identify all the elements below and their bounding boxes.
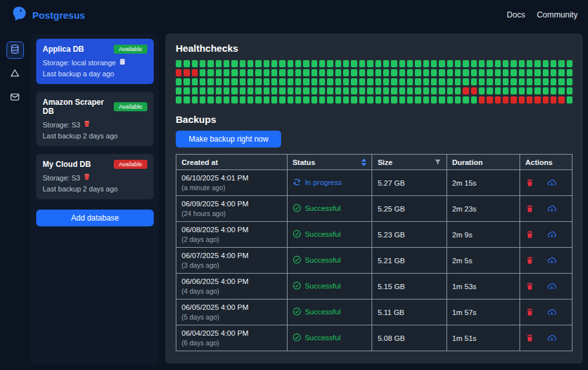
- healthcheck-cell[interactable]: [551, 78, 556, 85]
- healthcheck-cell[interactable]: [455, 78, 461, 85]
- healthcheck-cell[interactable]: [271, 87, 277, 94]
- healthcheck-cell[interactable]: [415, 69, 421, 76]
- healthcheck-cell[interactable]: [184, 69, 189, 76]
- healthcheck-cell[interactable]: [558, 78, 564, 85]
- add-database-button[interactable]: Add database: [36, 210, 154, 226]
- healthcheck-cell[interactable]: [510, 60, 516, 67]
- healthcheck-cell[interactable]: [527, 87, 532, 94]
- healthcheck-cell[interactable]: [176, 96, 182, 103]
- healthcheck-cell[interactable]: [558, 96, 564, 103]
- healthcheck-cell[interactable]: [423, 87, 429, 94]
- healthcheck-cell[interactable]: [335, 78, 341, 85]
- healthcheck-cell[interactable]: [207, 78, 213, 85]
- healthcheck-cell[interactable]: [455, 69, 461, 76]
- healthcheck-cell[interactable]: [479, 69, 485, 76]
- healthcheck-cell[interactable]: [471, 87, 477, 94]
- healthcheck-cell[interactable]: [351, 60, 357, 67]
- healthcheck-cell[interactable]: [200, 87, 205, 94]
- healthcheck-cell[interactable]: [543, 60, 549, 67]
- healthcheck-cell[interactable]: [343, 96, 349, 103]
- healthcheck-cell[interactable]: [534, 69, 540, 76]
- healthcheck-cell[interactable]: [216, 78, 222, 85]
- healthcheck-cell[interactable]: [558, 87, 564, 94]
- healthcheck-cell[interactable]: [391, 87, 397, 94]
- healthcheck-cell[interactable]: [288, 60, 293, 67]
- healthcheck-cell[interactable]: [479, 96, 485, 103]
- healthcheck-cell[interactable]: [567, 60, 572, 67]
- healthcheck-cell[interactable]: [375, 60, 381, 67]
- healthcheck-cell[interactable]: [383, 96, 389, 103]
- healthcheck-cell[interactable]: [567, 69, 572, 76]
- healthcheck-cell[interactable]: [279, 87, 285, 94]
- healthcheck-cell[interactable]: [319, 78, 325, 85]
- healthcheck-cell[interactable]: [200, 78, 205, 85]
- healthcheck-cell[interactable]: [255, 96, 261, 103]
- healthcheck-cell[interactable]: [184, 87, 189, 94]
- healthcheck-cell[interactable]: [375, 87, 381, 94]
- healthcheck-cell[interactable]: [439, 96, 445, 103]
- healthcheck-cell[interactable]: [558, 69, 564, 76]
- healthcheck-cell[interactable]: [479, 60, 485, 67]
- healthcheck-cell[interactable]: [231, 60, 237, 67]
- sort-icon[interactable]: [361, 158, 366, 166]
- download-backup-button[interactable]: [546, 204, 558, 213]
- healthcheck-cell[interactable]: [231, 78, 237, 85]
- healthcheck-cell[interactable]: [383, 69, 389, 76]
- healthcheck-cell[interactable]: [311, 96, 317, 103]
- delete-backup-button[interactable]: [525, 307, 534, 317]
- healthcheck-cell[interactable]: [279, 60, 285, 67]
- healthcheck-cell[interactable]: [264, 69, 269, 76]
- healthcheck-cell[interactable]: [463, 60, 468, 67]
- healthcheck-cell[interactable]: [455, 96, 461, 103]
- healthcheck-cell[interactable]: [176, 87, 182, 94]
- healthcheck-cell[interactable]: [255, 69, 261, 76]
- healthcheck-cell[interactable]: [176, 78, 182, 85]
- download-backup-button[interactable]: [546, 256, 558, 265]
- healthcheck-cell[interactable]: [495, 78, 501, 85]
- healthcheck-cell[interactable]: [399, 60, 405, 67]
- healthcheck-cell[interactable]: [439, 69, 445, 76]
- healthcheck-cell[interactable]: [383, 78, 389, 85]
- healthcheck-cell[interactable]: [567, 78, 572, 85]
- healthcheck-cell[interactable]: [495, 96, 501, 103]
- healthcheck-cell[interactable]: [534, 60, 540, 67]
- healthcheck-cell[interactable]: [327, 60, 333, 67]
- healthcheck-cell[interactable]: [495, 87, 501, 94]
- healthcheck-cell[interactable]: [407, 87, 413, 94]
- healthcheck-cell[interactable]: [207, 87, 213, 94]
- healthcheck-cell[interactable]: [503, 60, 509, 67]
- healthcheck-cell[interactable]: [407, 96, 413, 103]
- healthcheck-cell[interactable]: [255, 87, 261, 94]
- healthcheck-cell[interactable]: [271, 60, 277, 67]
- healthcheck-cell[interactable]: [567, 87, 572, 94]
- healthcheck-cell[interactable]: [423, 96, 429, 103]
- healthcheck-cell[interactable]: [407, 69, 413, 76]
- healthcheck-cell[interactable]: [224, 60, 229, 67]
- healthcheck-cell[interactable]: [264, 78, 269, 85]
- healthcheck-cell[interactable]: [271, 69, 277, 76]
- delete-backup-button[interactable]: [525, 256, 534, 265]
- healthcheck-cell[interactable]: [359, 87, 365, 94]
- healthcheck-cell[interactable]: [431, 78, 437, 85]
- healthcheck-cell[interactable]: [327, 96, 333, 103]
- download-backup-button[interactable]: [546, 307, 558, 317]
- healthcheck-cell[interactable]: [543, 78, 549, 85]
- healthcheck-cell[interactable]: [231, 69, 237, 76]
- healthcheck-cell[interactable]: [534, 96, 540, 103]
- healthcheck-cell[interactable]: [319, 87, 325, 94]
- healthcheck-cell[interactable]: [343, 87, 349, 94]
- community-link[interactable]: Community: [537, 10, 578, 19]
- healthcheck-cell[interactable]: [487, 60, 492, 67]
- healthcheck-cell[interactable]: [176, 60, 182, 67]
- healthcheck-cell[interactable]: [288, 78, 293, 85]
- healthcheck-cell[interactable]: [319, 69, 325, 76]
- healthcheck-cell[interactable]: [543, 87, 549, 94]
- healthcheck-cell[interactable]: [551, 60, 556, 67]
- healthcheck-cell[interactable]: [519, 78, 525, 85]
- healthcheck-cell[interactable]: [335, 96, 341, 103]
- database-card-my-cloud[interactable]: My Cloud DB Available Storage: S3 Last b…: [36, 154, 154, 199]
- healthcheck-cell[interactable]: [192, 96, 198, 103]
- healthcheck-cell[interactable]: [200, 69, 205, 76]
- nav-notifications[interactable]: [6, 89, 24, 107]
- healthcheck-cell[interactable]: [447, 87, 453, 94]
